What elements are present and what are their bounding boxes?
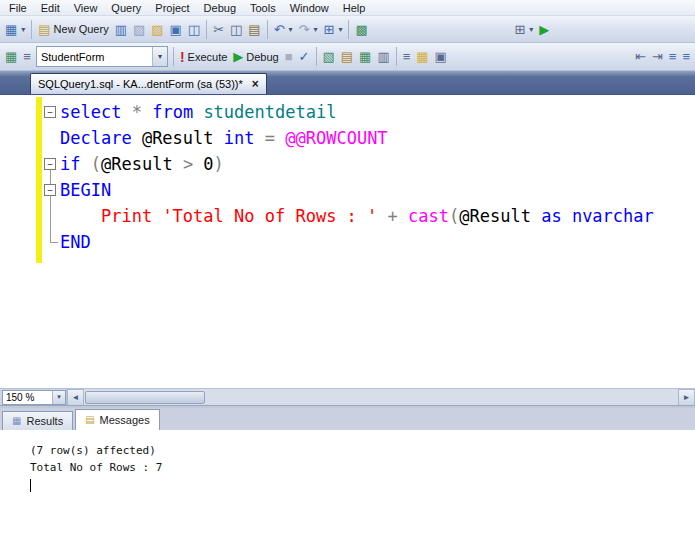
code-token: int <box>224 128 255 148</box>
actual-plan-icon[interactable]: ▥ <box>374 46 392 68</box>
execute-button[interactable]: !Execute <box>177 46 230 68</box>
cut-icon[interactable]: ✂ <box>210 18 227 40</box>
query-options-icon[interactable]: ▤ <box>338 46 356 68</box>
save-icon: ▣ <box>170 23 182 36</box>
intellisense-icon[interactable]: ▦ <box>356 46 374 68</box>
scroll-left-icon[interactable]: ◄ <box>67 389 84 406</box>
activity-monitor-icon[interactable]: ▩ <box>352 18 370 40</box>
chevron-down-icon[interactable]: ▾ <box>529 25 533 34</box>
save-all-icon[interactable]: ◫ <box>185 18 203 40</box>
menu-bar: FileEditViewQueryProjectDebugToolsWindow… <box>0 0 695 16</box>
code-token: END <box>60 232 91 252</box>
fold-collapse-icon[interactable]: − <box>44 158 56 170</box>
code-line-4[interactable]: BEGIN <box>0 177 695 203</box>
menu-item-view[interactable]: View <box>67 1 105 15</box>
ssms-window: FileEditViewQueryProjectDebugToolsWindow… <box>0 0 695 547</box>
redo-icon[interactable]: ↷▾ <box>296 18 321 40</box>
fold-guide-line <box>50 170 51 243</box>
estimated-plan-icon: ▧ <box>323 50 335 63</box>
indent-decrease-icon[interactable]: ⇤ <box>632 46 649 68</box>
play-icon[interactable]: ▶ <box>536 18 552 40</box>
menu-item-window[interactable]: Window <box>283 1 336 15</box>
indent-increase-icon[interactable]: ⇥ <box>649 46 666 68</box>
grid-dropdown-icon[interactable]: ⊞▾ <box>511 18 536 40</box>
menu-item-file[interactable]: File <box>2 1 34 15</box>
indent-decrease-icon: ⇤ <box>635 50 646 63</box>
messages-icon: ▤ <box>85 415 94 425</box>
new-connection-icon[interactable]: ▦▾ <box>2 18 28 40</box>
uncomment-icon[interactable]: ≡ <box>679 46 693 68</box>
code-line-6[interactable]: END <box>0 229 695 255</box>
zoom-selector[interactable]: 150 % ▾ <box>2 390 66 405</box>
menu-item-project[interactable]: Project <box>148 1 196 15</box>
sqlcmd-mode-icon[interactable]: ≡ <box>20 46 34 68</box>
menu-item-query[interactable]: Query <box>104 1 148 15</box>
analysis-query-icon[interactable]: ▧ <box>130 18 148 40</box>
analysis-query-icon: ▧ <box>133 23 145 36</box>
toolbar-separator <box>31 20 32 39</box>
document-tab[interactable]: SQLQuery1.sql - KA...dentForm (sa (53))*… <box>30 73 267 94</box>
fold-collapse-icon[interactable]: − <box>44 184 56 196</box>
menu-item-edit[interactable]: Edit <box>34 1 67 15</box>
open-file-icon: ▨ <box>151 23 163 36</box>
code-token: @Result <box>101 154 183 174</box>
results-to-grid-icon[interactable]: ▦ <box>413 46 431 68</box>
menu-item-debug[interactable]: Debug <box>197 1 243 15</box>
comment-icon[interactable]: ≡ <box>666 46 680 68</box>
tab-results[interactable]: ▦ Results <box>2 411 73 430</box>
paste-icon[interactable]: ▤ <box>245 18 263 40</box>
fold-collapse-icon[interactable]: − <box>44 106 56 118</box>
debug-button[interactable]: ▶Debug <box>230 46 281 68</box>
messages-pane[interactable]: (7 row(s) affected)Total No of Rows : 7 <box>0 430 695 547</box>
tab-messages[interactable]: ▤ Messages <box>75 409 160 430</box>
menu-item-help[interactable]: Help <box>336 1 373 15</box>
estimated-plan-icon[interactable]: ▧ <box>320 46 338 68</box>
sql-code-editor[interactable]: −−− select * from studentdetailDeclare @… <box>0 95 695 388</box>
navigate-icon[interactable]: ⊞▾ <box>320 18 345 40</box>
database-engine-query-icon[interactable]: ▥ <box>112 18 130 40</box>
database-combobox[interactable]: StudentForm▾ <box>36 46 168 67</box>
chevron-down-icon[interactable]: ▾ <box>152 47 167 66</box>
chevron-down-icon[interactable]: ▾ <box>338 25 342 34</box>
code-line-5[interactable]: Print 'Total No of Rows : ' + cast(@Resu… <box>0 203 695 229</box>
code-token <box>255 128 265 148</box>
scroll-right-icon[interactable]: ► <box>678 389 695 406</box>
results-to-file-icon[interactable]: ▣ <box>432 46 450 68</box>
results-to-grid-icon: ▦ <box>416 50 428 63</box>
database-combobox-value: StudentForm <box>37 51 152 63</box>
copy-icon[interactable]: ◫ <box>227 18 245 40</box>
chevron-down-icon[interactable]: ▾ <box>289 25 293 34</box>
undo-icon: ↶ <box>274 23 285 36</box>
horizontal-scrollbar[interactable]: ◄ ► <box>66 389 695 406</box>
document-tab-title: SQLQuery1.sql - KA...dentForm (sa (53))* <box>38 78 243 90</box>
chevron-down-icon[interactable]: ▾ <box>313 25 317 34</box>
code-token: if <box>60 154 80 174</box>
save-icon[interactable]: ▣ <box>167 18 185 40</box>
code-area: select * from studentdetailDeclare @Resu… <box>0 99 695 255</box>
database-engine-query-icon: ▥ <box>115 23 127 36</box>
zoom-value: 150 % <box>3 392 52 403</box>
undo-icon[interactable]: ↶▾ <box>271 18 296 40</box>
parse-icon[interactable]: ✓ <box>296 46 313 68</box>
new-query-button[interactable]: ▤New Query <box>35 18 111 40</box>
activity-monitor-icon: ▩ <box>355 23 367 36</box>
chevron-down-icon[interactable]: ▾ <box>21 25 25 34</box>
code-token: studentdetail <box>203 102 336 122</box>
code-token <box>80 154 90 174</box>
menu-item-tools[interactable]: Tools <box>243 1 283 15</box>
toolbar-separator <box>173 47 174 66</box>
stop-icon[interactable]: ■ <box>282 46 296 68</box>
code-line-2[interactable]: Declare @Result int = @@ROWCOUNT <box>0 125 695 151</box>
open-file-icon[interactable]: ▨ <box>148 18 166 40</box>
code-line-3[interactable]: if (@Result > 0) <box>0 151 695 177</box>
save-all-icon: ◫ <box>188 23 200 36</box>
scrollbar-thumb[interactable] <box>85 391 205 404</box>
results-to-text-icon[interactable]: ≡ <box>400 46 414 68</box>
close-icon[interactable]: × <box>252 78 259 90</box>
paste-icon: ▤ <box>248 23 260 36</box>
execute-button-icon: ! <box>180 50 185 64</box>
chevron-down-icon[interactable]: ▾ <box>52 391 65 404</box>
code-line-1[interactable]: select * from studentdetail <box>0 99 695 125</box>
code-token: 0 <box>193 154 213 174</box>
available-databases-icon[interactable]: ▦ <box>2 46 20 68</box>
